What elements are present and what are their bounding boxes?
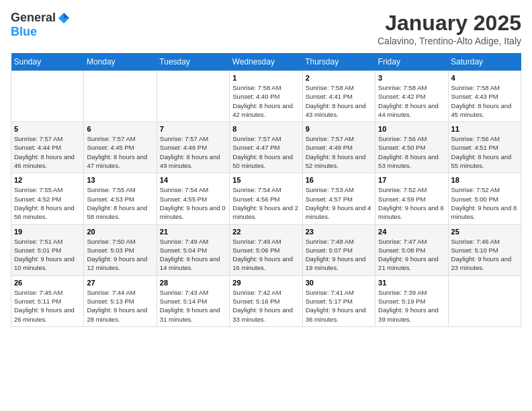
calendar-cell: 2Sunrise: 7:58 AMSunset: 4:41 PMDaylight… [302,71,375,122]
calendar-cell: 8Sunrise: 7:57 AMSunset: 4:47 PMDaylight… [230,122,302,173]
day-number: 13 [87,176,153,184]
day-number: 6 [87,125,153,133]
calendar-cell: 14Sunrise: 7:54 AMSunset: 4:55 PMDayligh… [157,173,229,224]
calendar-cell: 12Sunrise: 7:55 AMSunset: 4:52 PMDayligh… [11,173,84,224]
calendar-cell: 3Sunrise: 7:58 AMSunset: 4:42 PMDaylight… [375,71,448,122]
calendar-week-row: 26Sunrise: 7:45 AMSunset: 5:11 PMDayligh… [11,275,521,326]
weekday-header-sunday: Sunday [11,53,84,71]
day-number: 16 [306,176,372,184]
calendar-cell: 29Sunrise: 7:42 AMSunset: 5:16 PMDayligh… [230,275,302,326]
calendar-cell: 17Sunrise: 7:52 AMSunset: 4:59 PMDayligh… [375,173,448,224]
day-info: Sunrise: 7:47 AMSunset: 5:08 PMDaylight:… [378,237,445,273]
day-info: Sunrise: 7:54 AMSunset: 4:56 PMDaylight:… [232,185,299,221]
day-number: 27 [87,279,153,287]
day-number: 29 [232,279,299,287]
day-info: Sunrise: 7:57 AMSunset: 4:49 PMDaylight:… [306,134,372,170]
calendar-cell: 10Sunrise: 7:56 AMSunset: 4:50 PMDayligh… [375,122,448,173]
day-number: 22 [232,228,299,236]
calendar-cell: 16Sunrise: 7:53 AMSunset: 4:57 PMDayligh… [302,173,375,224]
calendar-cell: 1Sunrise: 7:58 AMSunset: 4:40 PMDaylight… [230,71,302,122]
day-number: 17 [378,176,445,184]
calendar-week-row: 5Sunrise: 7:57 AMSunset: 4:44 PMDaylight… [11,122,521,173]
calendar-cell: 22Sunrise: 7:49 AMSunset: 5:06 PMDayligh… [230,224,302,275]
day-info: Sunrise: 7:55 AMSunset: 4:52 PMDaylight:… [14,185,81,221]
title-block: January 2025 Calavino, Trentino-Alto Adi… [378,11,521,46]
day-number: 24 [378,228,445,236]
logo-general-text: General [11,11,56,25]
day-number: 18 [451,176,518,184]
day-info: Sunrise: 7:53 AMSunset: 4:57 PMDaylight:… [306,185,372,221]
day-number: 30 [306,279,372,287]
day-number: 19 [14,228,81,236]
day-number: 12 [14,176,81,184]
day-number: 31 [378,279,445,287]
calendar-table: SundayMondayTuesdayWednesdayThursdayFrid… [11,53,521,327]
calendar-cell: 31Sunrise: 7:39 AMSunset: 5:19 PMDayligh… [375,275,448,326]
calendar-week-row: 19Sunrise: 7:51 AMSunset: 5:01 PMDayligh… [11,224,521,275]
calendar-cell [84,71,157,122]
svg-marker-1 [64,13,69,18]
day-info: Sunrise: 7:46 AMSunset: 5:10 PMDaylight:… [451,237,518,273]
day-info: Sunrise: 7:57 AMSunset: 4:47 PMDaylight:… [232,134,299,170]
day-info: Sunrise: 7:42 AMSunset: 5:16 PMDaylight:… [232,288,299,324]
day-info: Sunrise: 7:44 AMSunset: 5:13 PMDaylight:… [87,288,153,324]
day-number: 9 [306,125,372,133]
calendar-cell: 19Sunrise: 7:51 AMSunset: 5:01 PMDayligh… [11,224,84,275]
day-info: Sunrise: 7:55 AMSunset: 4:53 PMDaylight:… [87,185,153,221]
day-number: 1 [232,74,299,82]
calendar-cell: 28Sunrise: 7:43 AMSunset: 5:14 PMDayligh… [157,275,229,326]
calendar-cell: 20Sunrise: 7:50 AMSunset: 5:03 PMDayligh… [84,224,157,275]
calendar-cell: 15Sunrise: 7:54 AMSunset: 4:56 PMDayligh… [230,173,302,224]
day-info: Sunrise: 7:56 AMSunset: 4:50 PMDaylight:… [378,134,445,170]
logo-blue-text: Blue [11,25,37,39]
day-number: 26 [14,279,81,287]
day-info: Sunrise: 7:58 AMSunset: 4:41 PMDaylight:… [306,83,372,119]
day-number: 14 [160,176,226,184]
day-info: Sunrise: 7:57 AMSunset: 4:45 PMDaylight:… [87,134,153,170]
day-info: Sunrise: 7:57 AMSunset: 4:44 PMDaylight:… [14,134,81,170]
day-info: Sunrise: 7:50 AMSunset: 5:03 PMDaylight:… [87,237,153,273]
calendar-week-row: 1Sunrise: 7:58 AMSunset: 4:40 PMDaylight… [11,71,521,122]
calendar-cell: 23Sunrise: 7:48 AMSunset: 5:07 PMDayligh… [302,224,375,275]
calendar-week-row: 12Sunrise: 7:55 AMSunset: 4:52 PMDayligh… [11,173,521,224]
day-info: Sunrise: 7:58 AMSunset: 4:43 PMDaylight:… [451,83,518,119]
day-number: 8 [232,125,299,133]
weekday-header-tuesday: Tuesday [157,53,229,71]
day-info: Sunrise: 7:52 AMSunset: 4:59 PMDaylight:… [378,185,445,221]
day-info: Sunrise: 7:41 AMSunset: 5:17 PMDaylight:… [306,288,372,324]
day-number: 4 [451,74,518,82]
logo: General Blue [11,11,71,39]
day-number: 28 [160,279,226,287]
weekday-header-row: SundayMondayTuesdayWednesdayThursdayFrid… [11,53,521,71]
weekday-header-monday: Monday [84,53,157,71]
calendar-cell: 6Sunrise: 7:57 AMSunset: 4:45 PMDaylight… [84,122,157,173]
day-info: Sunrise: 7:57 AMSunset: 4:46 PMDaylight:… [160,134,226,170]
calendar-cell: 24Sunrise: 7:47 AMSunset: 5:08 PMDayligh… [375,224,448,275]
day-info: Sunrise: 7:54 AMSunset: 4:55 PMDaylight:… [160,185,226,221]
calendar-cell: 25Sunrise: 7:46 AMSunset: 5:10 PMDayligh… [448,224,521,275]
location-title: Calavino, Trentino-Alto Adige, Italy [378,36,521,46]
day-info: Sunrise: 7:52 AMSunset: 5:00 PMDaylight:… [451,185,518,221]
day-number: 25 [451,228,518,236]
day-info: Sunrise: 7:56 AMSunset: 4:51 PMDaylight:… [451,134,518,170]
page-header: General Blue January 2025 Calavino, Tren… [11,11,521,46]
calendar-cell: 30Sunrise: 7:41 AMSunset: 5:17 PMDayligh… [302,275,375,326]
weekday-header-wednesday: Wednesday [230,53,302,71]
weekday-header-friday: Friday [375,53,448,71]
day-info: Sunrise: 7:58 AMSunset: 4:40 PMDaylight:… [232,83,299,119]
day-number: 7 [160,125,226,133]
calendar-cell: 18Sunrise: 7:52 AMSunset: 5:00 PMDayligh… [448,173,521,224]
day-number: 21 [160,228,226,236]
day-number: 3 [378,74,445,82]
day-number: 23 [306,228,372,236]
day-info: Sunrise: 7:39 AMSunset: 5:19 PMDaylight:… [378,288,445,324]
weekday-header-saturday: Saturday [448,53,521,71]
day-number: 10 [378,125,445,133]
day-info: Sunrise: 7:49 AMSunset: 5:04 PMDaylight:… [160,237,226,273]
day-number: 2 [306,74,372,82]
day-number: 11 [451,125,518,133]
weekday-header-thursday: Thursday [302,53,375,71]
calendar-cell: 27Sunrise: 7:44 AMSunset: 5:13 PMDayligh… [84,275,157,326]
calendar-cell: 26Sunrise: 7:45 AMSunset: 5:11 PMDayligh… [11,275,84,326]
day-info: Sunrise: 7:48 AMSunset: 5:07 PMDaylight:… [306,237,372,273]
